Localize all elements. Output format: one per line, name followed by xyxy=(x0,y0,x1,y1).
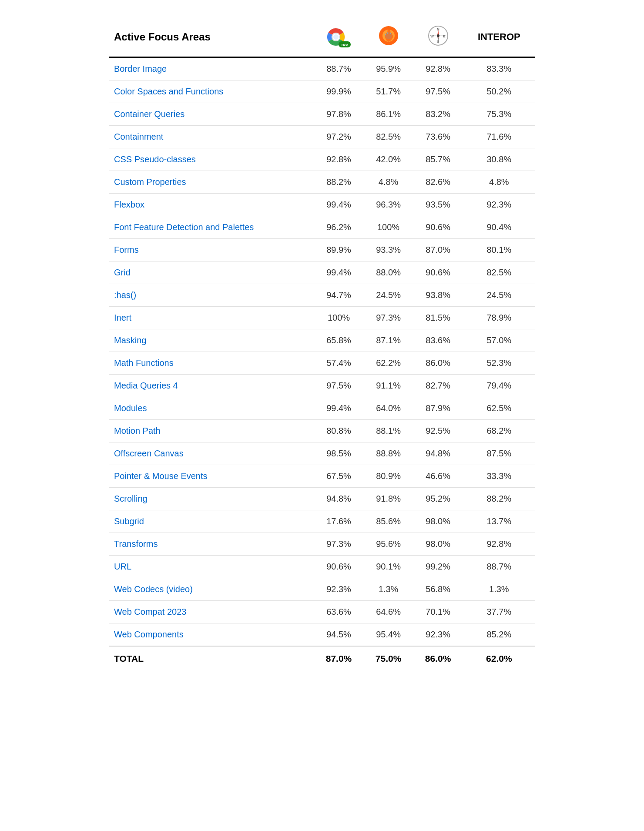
feature-name-cell[interactable]: Offscreen Canvas xyxy=(109,442,314,465)
chrome-cell: 92.8% xyxy=(314,148,363,171)
safari-cell: 46.6% xyxy=(413,465,463,488)
table-row: Media Queries 497.5%91.1%82.7%79.4% xyxy=(109,375,535,397)
firefox-cell: 95.6% xyxy=(364,533,413,556)
feature-name-cell[interactable]: Masking xyxy=(109,329,314,352)
feature-name-cell[interactable]: Math Functions xyxy=(109,352,314,375)
feature-name-cell[interactable]: Media Queries 4 xyxy=(109,375,314,397)
chrome-dev-icons: Dev xyxy=(319,26,358,48)
safari-cell: 70.1% xyxy=(413,601,463,623)
safari-cell: 87.0% xyxy=(413,239,463,261)
feature-name-cell[interactable]: Modules xyxy=(109,397,314,420)
feature-name-cell[interactable]: :has() xyxy=(109,284,314,307)
interop-cell: 68.2% xyxy=(463,420,535,442)
firefox-cell: 95.9% xyxy=(364,57,413,80)
table-row: Containment97.2%82.5%73.6%71.6% xyxy=(109,126,535,148)
chrome-cell: 97.5% xyxy=(314,375,363,397)
firefox-cell: 88.0% xyxy=(364,261,413,284)
safari-cell: 85.7% xyxy=(413,148,463,171)
interop-cell: 90.4% xyxy=(463,216,535,239)
table-row: Offscreen Canvas98.5%88.8%94.8%87.5% xyxy=(109,442,535,465)
interop-cell: 78.9% xyxy=(463,307,535,329)
safari-icon: N S W E xyxy=(427,24,449,47)
firefox-cell: 96.3% xyxy=(364,194,413,216)
feature-name-cell[interactable]: Web Components xyxy=(109,623,314,647)
feature-name-cell[interactable]: Color Spaces and Functions xyxy=(109,80,314,103)
table-row: Inert100%97.3%81.5%78.9% xyxy=(109,307,535,329)
table-row: Container Queries97.8%86.1%83.2%75.3% xyxy=(109,103,535,126)
feature-name-cell[interactable]: Flexbox xyxy=(109,194,314,216)
feature-name-cell[interactable]: Grid xyxy=(109,261,314,284)
feature-name-cell[interactable]: Transforms xyxy=(109,533,314,556)
feature-name-cell[interactable]: Web Compat 2023 xyxy=(109,601,314,623)
safari-cell: 82.7% xyxy=(413,375,463,397)
interop-cell: 4.8% xyxy=(463,171,535,194)
feature-name-cell[interactable]: Web Codecs (video) xyxy=(109,578,314,601)
firefox-cell: 90.1% xyxy=(364,556,413,578)
feature-name-cell[interactable]: Border Image xyxy=(109,57,314,80)
chrome-cell: 100% xyxy=(314,307,363,329)
interop-cell: 92.8% xyxy=(463,533,535,556)
chrome-cell: 97.8% xyxy=(314,103,363,126)
feature-name-cell[interactable]: Custom Properties xyxy=(109,171,314,194)
safari-cell: 83.2% xyxy=(413,103,463,126)
feature-name-cell[interactable]: Forms xyxy=(109,239,314,261)
feature-name-cell[interactable]: Inert xyxy=(109,307,314,329)
total-safari: 86.0% xyxy=(413,646,463,671)
chrome-cell: 99.4% xyxy=(314,194,363,216)
safari-cell: 83.6% xyxy=(413,329,463,352)
interop-cell: 57.0% xyxy=(463,329,535,352)
chrome-cell: 17.6% xyxy=(314,510,363,533)
firefox-cell: 91.1% xyxy=(364,375,413,397)
feature-name-cell[interactable]: CSS Pseudo-classes xyxy=(109,148,314,171)
interop-cell: 88.2% xyxy=(463,488,535,510)
firefox-cell: 80.9% xyxy=(364,465,413,488)
total-label: TOTAL xyxy=(109,646,314,671)
firefox-cell: 85.6% xyxy=(364,510,413,533)
total-interop: 62.0% xyxy=(463,646,535,671)
interop-cell: 85.2% xyxy=(463,623,535,647)
feature-name-cell[interactable]: Subgrid xyxy=(109,510,314,533)
chrome-cell: 92.3% xyxy=(314,578,363,601)
table-row: Modules99.4%64.0%87.9%62.5% xyxy=(109,397,535,420)
chrome-cell: 98.5% xyxy=(314,442,363,465)
feature-name-cell[interactable]: Containment xyxy=(109,126,314,148)
total-row: TOTAL 87.0% 75.0% 86.0% 62.0% xyxy=(109,646,535,671)
chrome-cell: 99.4% xyxy=(314,397,363,420)
interop-cell: 33.3% xyxy=(463,465,535,488)
table-row: Web Components94.5%95.4%92.3%85.2% xyxy=(109,623,535,647)
safari-cell: 98.0% xyxy=(413,510,463,533)
chrome-cell: 94.7% xyxy=(314,284,363,307)
table-row: Flexbox99.4%96.3%93.5%92.3% xyxy=(109,194,535,216)
chrome-cell: 80.8% xyxy=(314,420,363,442)
table-row: Masking65.8%87.1%83.6%57.0% xyxy=(109,329,535,352)
table-row: Scrolling94.8%91.8%95.2%88.2% xyxy=(109,488,535,510)
firefox-cell: 24.5% xyxy=(364,284,413,307)
interop-cell: 88.7% xyxy=(463,556,535,578)
firefox-icon xyxy=(377,24,400,47)
table-row: CSS Pseudo-classes92.8%42.0%85.7%30.8% xyxy=(109,148,535,171)
feature-name-cell[interactable]: Font Feature Detection and Palettes xyxy=(109,216,314,239)
chrome-cell: 97.2% xyxy=(314,126,363,148)
chrome-cell: 90.6% xyxy=(314,556,363,578)
firefox-cell: 1.3% xyxy=(364,578,413,601)
chrome-cell: 89.9% xyxy=(314,239,363,261)
chrome-cell: 96.2% xyxy=(314,216,363,239)
interop-cell: 75.3% xyxy=(463,103,535,126)
feature-name-cell[interactable]: URL xyxy=(109,556,314,578)
chrome-header: Dev xyxy=(314,17,363,57)
table-row: Pointer & Mouse Events67.5%80.9%46.6%33.… xyxy=(109,465,535,488)
firefox-cell: 93.3% xyxy=(364,239,413,261)
table-row: Web Compat 202363.6%64.6%70.1%37.7% xyxy=(109,601,535,623)
feature-name-cell[interactable]: Scrolling xyxy=(109,488,314,510)
firefox-cell: 100% xyxy=(364,216,413,239)
safari-cell: 99.2% xyxy=(413,556,463,578)
feature-name-cell[interactable]: Container Queries xyxy=(109,103,314,126)
safari-cell: 73.6% xyxy=(413,126,463,148)
chrome-cell: 99.4% xyxy=(314,261,363,284)
interop-cell: 24.5% xyxy=(463,284,535,307)
chrome-cell: 94.8% xyxy=(314,488,363,510)
safari-cell: 87.9% xyxy=(413,397,463,420)
feature-name-cell[interactable]: Pointer & Mouse Events xyxy=(109,465,314,488)
feature-name-cell[interactable]: Motion Path xyxy=(109,420,314,442)
focus-areas-header: Active Focus Areas xyxy=(109,17,314,57)
